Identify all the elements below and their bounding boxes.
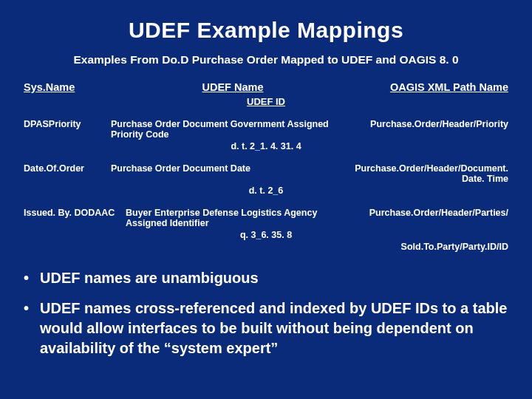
slide-title: UDEF Example Mappings <box>24 18 508 43</box>
bullet-text: UDEF names cross-referenced and indexed … <box>40 299 508 358</box>
cell-udef-id: d. t. 2_6 <box>24 185 508 196</box>
table-row: Date.Of.Order Purchase Order Document Da… <box>24 163 508 184</box>
list-item: • UDEF names are unambiguous <box>24 268 508 288</box>
cell-sysname: Issued. By. DODAAC <box>24 208 120 228</box>
cell-udefname: Buyer Enterprise Defense Logistics Agenc… <box>120 208 353 228</box>
table-header-row: Sys.Name UDEF Name OAGIS XML Path Name <box>24 81 508 93</box>
header-sysname: Sys.Name <box>24 81 105 93</box>
header-udef-id: UDEF ID <box>24 96 508 107</box>
table-row: DPASPriority Purchase Order Document Gov… <box>24 119 508 140</box>
cell-udef-id: d. t. 2_1. 4. 31. 4 <box>24 141 508 151</box>
bullet-icon: • <box>24 268 40 288</box>
bullet-text: UDEF names are unambiguous <box>40 268 508 288</box>
slide-subtitle: Examples From Do.D Purchase Order Mapped… <box>24 53 508 66</box>
cell-udef-id: q. 3_6. 35. 8 <box>24 230 508 240</box>
header-oagis: OAGIS XML Path Name <box>361 81 508 93</box>
cell-oagis: Purchase.Order/Header/Document. Date. Ti… <box>338 163 508 184</box>
header-udefname: UDEF Name <box>105 81 361 93</box>
list-item: • UDEF names cross-referenced and indexe… <box>24 299 508 358</box>
cell-sysname: Date.Of.Order <box>24 163 105 184</box>
cell-udefname: Purchase Order Document Date <box>105 163 338 184</box>
cell-udefname: Purchase Order Document Government Assig… <box>105 119 338 140</box>
mapping-table: Sys.Name UDEF Name OAGIS XML Path Name U… <box>24 81 508 252</box>
table-row: Issued. By. DODAAC Buyer Enterprise Defe… <box>24 208 508 228</box>
cell-oagis: Purchase.Order/Header/Priority <box>338 119 508 140</box>
cell-sysname: DPASPriority <box>24 119 105 140</box>
cell-oagis-line2: Sold.To.Party/Party.ID/ID <box>24 242 508 252</box>
slide: UDEF Example Mappings Examples From Do.D… <box>0 0 532 399</box>
bullet-list: • UDEF names are unambiguous • UDEF name… <box>24 268 508 358</box>
cell-oagis: Purchase.Order/Header/Parties/ <box>353 208 508 228</box>
bullet-icon: • <box>24 299 40 358</box>
